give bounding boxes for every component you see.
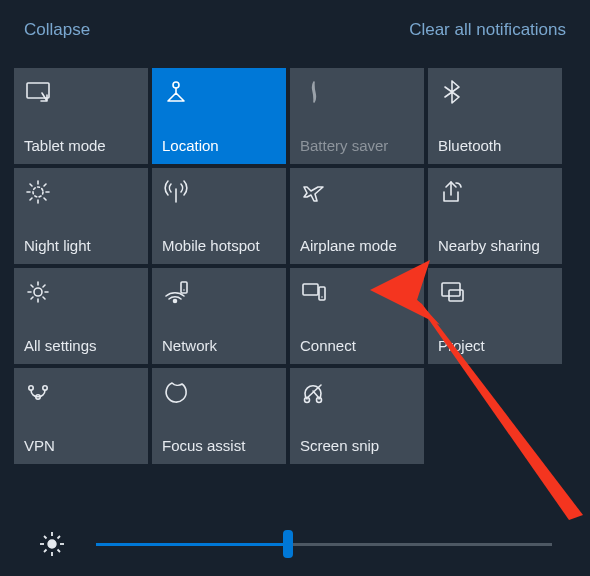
svg-line-10 <box>44 184 46 186</box>
tile-location[interactable]: Location <box>152 68 286 164</box>
night-light-icon <box>24 178 52 206</box>
quick-actions-grid: Tablet mode Location Battery saver Bluet… <box>0 50 590 464</box>
tile-label: Airplane mode <box>300 237 414 254</box>
brightness-control <box>0 530 590 558</box>
svg-line-31 <box>44 536 47 539</box>
svg-rect-0 <box>27 83 49 98</box>
tile-label: Connect <box>300 337 414 354</box>
tile-label: Night light <box>24 237 138 254</box>
collapse-link[interactable]: Collapse <box>24 20 90 40</box>
svg-rect-16 <box>303 284 318 295</box>
connect-icon <box>300 278 328 306</box>
brightness-slider[interactable] <box>96 532 552 556</box>
tile-label: Network <box>162 337 276 354</box>
slider-thumb[interactable] <box>283 530 293 558</box>
tile-connect[interactable]: Connect <box>290 268 424 364</box>
project-icon <box>438 278 466 306</box>
location-icon <box>162 78 190 106</box>
tile-tablet-mode[interactable]: Tablet mode <box>14 68 148 164</box>
network-icon <box>162 278 190 306</box>
svg-point-13 <box>174 300 177 303</box>
svg-rect-17 <box>319 287 325 300</box>
tile-network[interactable]: Network <box>152 268 286 364</box>
tile-label: Nearby sharing <box>438 237 552 254</box>
tile-night-light[interactable]: Night light <box>14 168 148 264</box>
svg-line-8 <box>44 198 46 200</box>
tablet-mode-icon <box>24 78 52 106</box>
tile-label: Location <box>162 137 276 154</box>
svg-line-32 <box>58 550 61 553</box>
focus-assist-icon <box>162 378 190 406</box>
tile-airplane-mode[interactable]: Airplane mode <box>290 168 424 264</box>
tile-focus-assist[interactable]: Focus assist <box>152 368 286 464</box>
screen-snip-icon <box>300 378 328 406</box>
tile-label: Mobile hotspot <box>162 237 276 254</box>
tile-label: Tablet mode <box>24 137 138 154</box>
slider-fill <box>96 543 288 546</box>
tile-label: Battery saver <box>300 137 414 154</box>
svg-point-26 <box>48 540 56 548</box>
svg-line-33 <box>44 550 47 553</box>
action-center-panel: Collapse Clear all notifications Tablet … <box>0 0 590 576</box>
brightness-icon <box>38 530 66 558</box>
tile-label: All settings <box>24 337 138 354</box>
tile-bluetooth[interactable]: Bluetooth <box>428 68 562 164</box>
tile-mobile-hotspot[interactable]: Mobile hotspot <box>152 168 286 264</box>
svg-line-7 <box>30 184 32 186</box>
tile-label: Screen snip <box>300 437 414 454</box>
tile-project[interactable]: Project <box>428 268 562 364</box>
tile-battery-saver[interactable]: Battery saver <box>290 68 424 164</box>
svg-point-1 <box>173 82 179 88</box>
share-icon <box>438 178 466 206</box>
settings-icon <box>24 278 52 306</box>
top-links: Collapse Clear all notifications <box>0 0 590 50</box>
airplane-icon <box>300 178 328 206</box>
tile-all-settings[interactable]: All settings <box>14 268 148 364</box>
battery-saver-icon <box>300 78 328 106</box>
tile-nearby-sharing[interactable]: Nearby sharing <box>428 168 562 264</box>
tile-label: Bluetooth <box>438 137 552 154</box>
slider-track <box>96 543 552 546</box>
hotspot-icon <box>162 178 190 206</box>
svg-rect-14 <box>181 282 187 293</box>
clear-notifications-link[interactable]: Clear all notifications <box>409 20 566 40</box>
svg-point-12 <box>34 288 42 296</box>
tile-label: VPN <box>24 437 138 454</box>
tile-screen-snip[interactable]: Screen snip <box>290 368 424 464</box>
svg-line-34 <box>58 536 61 539</box>
bluetooth-icon <box>438 78 466 106</box>
tile-vpn[interactable]: VPN <box>14 368 148 464</box>
vpn-icon <box>24 378 52 406</box>
tile-label: Project <box>438 337 552 354</box>
svg-line-9 <box>30 198 32 200</box>
tile-label: Focus assist <box>162 437 276 454</box>
svg-point-2 <box>33 187 43 197</box>
